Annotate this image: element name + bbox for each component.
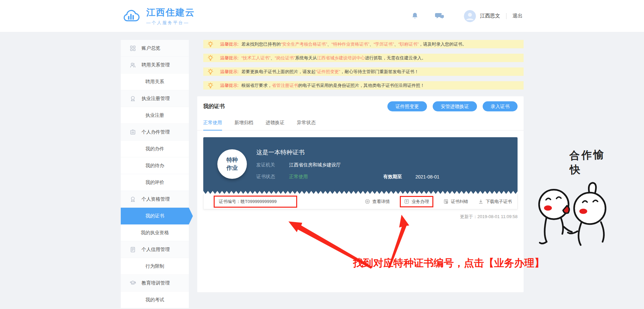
notice-text: 、: [394, 41, 398, 47]
action-download[interactable]: 下载电子证书: [478, 199, 512, 205]
pill-button[interactable]: 证件照变更: [387, 101, 427, 111]
chat-icon[interactable]: [435, 12, 445, 20]
notice-prefix: 温馨提示:: [220, 55, 239, 61]
people-icon: [129, 62, 136, 68]
notice-text: 若未找到您已持有的: [241, 41, 281, 47]
action-label: 下载电子证书: [486, 199, 512, 205]
logout-button[interactable]: 退出: [513, 13, 523, 19]
page: 江西住建云 —个人服务平台—: [0, 0, 644, 309]
download-icon: [478, 199, 483, 204]
sidebar-item-sub[interactable]: 行为限制: [121, 258, 189, 275]
issuer-value: 江西省住房和城乡建设厅: [289, 162, 341, 168]
certificate-title: 这是一本特种证书: [256, 148, 518, 156]
card-icon: [129, 246, 136, 253]
pill-button[interactable]: 录入证书: [483, 101, 518, 111]
sidebar-item-group[interactable]: 个人办件管理: [121, 124, 189, 141]
action-label: 证书纠错: [451, 199, 468, 205]
badge-line1: 特种: [226, 156, 238, 164]
action-upload[interactable]: 业务办理: [400, 196, 433, 207]
app-logo[interactable]: 江西住建云 —个人服务平台—: [121, 6, 195, 26]
sidebar-item-label: 我的证书: [146, 213, 164, 219]
tab-active[interactable]: 正常使用: [203, 120, 222, 131]
sidebar-item-group[interactable]: 账户总览: [121, 40, 189, 57]
bulb-icon: [208, 83, 213, 89]
body: 账户总览聘用关系管理聘用关系执业注册管理执业注册个人办件管理我的办件我的待办我的…: [0, 40, 644, 308]
sidebar-item-label: 聘用关系管理: [142, 62, 170, 68]
bulb-icon: [208, 55, 213, 61]
action-eye[interactable]: 查看详情: [365, 199, 390, 205]
notice-banner: 温馨提示: “技术工人证书” 、 “岗位证书” 系统每天从江西省城乡建设培训中心…: [203, 54, 524, 62]
notice-banner: 温馨提示:若未找到您已持有的 “安全生产考核合格证书” 、 “特种作业资格证书”…: [203, 40, 524, 48]
sidebar-item-sub[interactable]: 我的执业资格: [121, 224, 189, 241]
certificate-number-label: 证书编号：: [219, 199, 240, 204]
sidebar-item-active[interactable]: 我的证书: [121, 208, 189, 224]
certificate-card: 特种 作业 这是一本特种证书 发证机关 江西省住房和城乡建设厅 证书状态: [203, 137, 518, 209]
notice-text: 、: [327, 41, 331, 47]
tab-bar: 正常使用新增归档进赣换证异常状态: [197, 120, 524, 131]
username[interactable]: 江西思文: [480, 13, 500, 19]
notice-banner: 温馨提示:若要更换电子证书上面的照片，请发起 “证件照变更” ，耐心等待主管部门…: [203, 67, 524, 76]
sidebar-item-sub[interactable]: 我的待办: [121, 157, 189, 174]
medal-icon: [129, 95, 136, 102]
issuer-label: 发证机关: [256, 162, 289, 168]
sidebar-item-label: 行为限制: [146, 263, 164, 269]
sidebar-item-label: 教育培训管理: [142, 280, 170, 286]
sidebar-item-sub[interactable]: 我的评价: [121, 174, 189, 191]
valid-until-value: 2021-08-01: [415, 174, 439, 179]
certificate-type-badge: 特种 作业: [217, 149, 247, 179]
header-right: 江西思文 退出: [411, 10, 523, 22]
tab-item[interactable]: 进赣换证: [266, 120, 284, 130]
notice-highlight: “学历证书”: [374, 41, 394, 47]
avatar[interactable]: [464, 10, 476, 22]
tab-item[interactable]: 异常状态: [297, 120, 316, 130]
notice-text: 的电子证书采用的是身份证照片，其他类电子证书任沿用证件照！: [298, 83, 425, 89]
sidebar-item-group[interactable]: 执业注册管理: [121, 90, 189, 107]
doc-error-icon: [443, 199, 448, 204]
certificate-footer: 证书编号：赣T099999999999 查看详情业务办理证书纠错下载电子证书: [203, 194, 518, 209]
sidebar-item-group[interactable]: 教育培训管理: [121, 275, 189, 292]
sidebar-item-group[interactable]: 个人资格管理: [121, 191, 189, 208]
sidebar-item-sub[interactable]: 聘用关系: [121, 73, 189, 90]
sidebar-item-group[interactable]: 个人信用管理: [121, 241, 189, 258]
tab-item[interactable]: 新增归档: [234, 120, 253, 130]
notice-text: 若要更换电子证书上面的照片，请发起: [241, 69, 316, 75]
bulb-icon: [208, 41, 213, 47]
main-content: 温馨提示:若未找到您已持有的 “安全生产考核合格证书” 、 “特种作业资格证书”…: [197, 40, 524, 292]
sidebar-item-sub[interactable]: 我的办件: [121, 141, 189, 157]
sidebar-menu: 账户总览聘用关系管理聘用关系执业注册管理执业注册个人办件管理我的办件我的待办我的…: [121, 40, 189, 308]
sidebar-item-label: 执业注册: [146, 112, 164, 118]
certificate-number: 证书编号：赣T099999999999: [214, 196, 297, 208]
notice-text: 根据省厅要求，: [241, 83, 272, 89]
valid-until-label: 有效期至: [383, 174, 402, 180]
certificates-panel: 我的证书 证件照变更安管进赣换证录入证书 正常使用新增归档进赣换证异常状态 特种…: [197, 96, 524, 292]
action-doc-error[interactable]: 证书纠错: [443, 199, 468, 205]
sidebar-item-label: 我的办件: [146, 146, 164, 152]
notice-highlight: “岗位证书”: [275, 55, 295, 61]
header: 江西住建云 —个人服务平台—: [0, 0, 644, 32]
notice-highlight: 江西省城乡建设培训中心: [317, 55, 365, 61]
eye-icon: [365, 199, 370, 204]
notice-highlight: “职称证书”: [398, 41, 419, 47]
sidebar-item-label: 聘用关系: [146, 79, 164, 85]
notice-highlight: “特种作业资格证书”: [331, 41, 369, 47]
sidebar-item-sub[interactable]: 执业注册: [121, 107, 189, 124]
pill-button[interactable]: 安管进赣换证: [433, 101, 477, 111]
sidebar-item-label: 我的执业资格: [141, 230, 169, 236]
clipboard-icon: [129, 129, 136, 136]
notice-list: 温馨提示:若未找到您已持有的 “安全生产考核合格证书” 、 “特种作业资格证书”…: [197, 40, 524, 90]
certificate-actions: 查看详情业务办理证书纠错下载电子证书: [365, 196, 512, 207]
sidebar-item-sub[interactable]: 我的考试: [121, 292, 189, 308]
graduation-cap-icon: [129, 280, 136, 287]
notice-text: ，请及时录入您的证书。: [419, 41, 467, 47]
bell-icon[interactable]: [411, 12, 419, 20]
sidebar-item-group[interactable]: 聘用关系管理: [121, 57, 189, 73]
sidebar-item-label: 执业注册管理: [142, 96, 170, 102]
notice-prefix: 温馨提示:: [220, 83, 239, 89]
notice-prefix: 温馨提示:: [220, 41, 239, 47]
notice-text: 系统每天从: [295, 55, 317, 61]
notice-text: 、: [270, 55, 275, 61]
badge-line2: 作业: [226, 164, 238, 172]
updated-timestamp: 更新于：2019-08-01 11:09:58: [197, 214, 518, 220]
header-divider: [506, 13, 506, 19]
sidebar-item-label: 我的评价: [146, 179, 164, 186]
